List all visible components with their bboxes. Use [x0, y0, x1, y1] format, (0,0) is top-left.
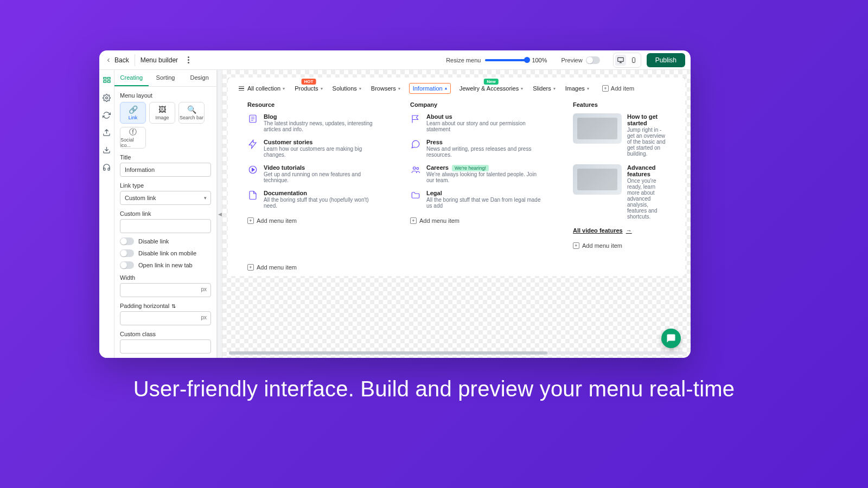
tab-design[interactable]: Design	[182, 70, 216, 86]
menu-item-images[interactable]: Images▾	[564, 85, 590, 92]
users-icon	[410, 164, 421, 175]
mega-item-blog[interactable]: BlogThe latest industry news, updates, i…	[247, 113, 383, 132]
feature-card-1[interactable]: How to get startedJump right in - get an…	[573, 113, 666, 157]
app-window: Back Menu builder Resize menu 100% Previ…	[99, 50, 691, 358]
tab-sorting[interactable]: Sorting	[149, 70, 183, 86]
add-menu-item-col2[interactable]: +Add menu item	[410, 217, 546, 224]
padding-input[interactable]	[120, 311, 211, 325]
rail-upload-icon[interactable]	[102, 127, 112, 137]
thumbnail-image	[573, 113, 622, 144]
menu-preview: All collection▾ HOT Products▾ Solutions▾…	[228, 78, 685, 276]
width-input[interactable]	[120, 283, 211, 297]
title-label: Title	[120, 154, 211, 160]
svg-point-10	[417, 168, 419, 170]
rail-sync-icon[interactable]	[102, 110, 112, 120]
publish-button[interactable]: Publish	[647, 53, 685, 67]
mega-panel: Resource BlogThe latest industry news, u…	[238, 99, 675, 259]
custom-link-input[interactable]	[120, 219, 211, 233]
plus-icon: +	[573, 242, 579, 249]
sliders-icon: ⇅	[171, 303, 176, 309]
doc-icon	[247, 190, 258, 201]
mega-item-stories[interactable]: Customer storiesLearn how our customers …	[247, 139, 383, 158]
chat-icon	[410, 139, 421, 150]
add-menu-item-col3[interactable]: +Add menu item	[573, 242, 666, 249]
resize-value: 100%	[532, 57, 547, 63]
plus-icon: +	[602, 85, 609, 92]
mega-item-careers[interactable]: CareersWe're hearing!We're always lookin…	[410, 164, 546, 183]
collapse-sidebar-handle[interactable]: ◀	[217, 70, 222, 358]
custom-class-input[interactable]	[120, 339, 211, 354]
plus-icon: +	[410, 217, 417, 224]
chat-fab[interactable]	[661, 329, 681, 348]
col-heading: Resource	[247, 101, 383, 108]
tab-creating[interactable]: Creating	[114, 70, 149, 86]
preview-switch[interactable]	[586, 56, 600, 64]
link-type-label: Link type	[120, 182, 211, 189]
rail-menu-icon[interactable]	[102, 75, 112, 85]
blog-icon	[247, 113, 258, 124]
mobile-icon[interactable]	[628, 55, 639, 66]
svg-point-9	[413, 167, 416, 170]
rail-support-icon[interactable]	[102, 162, 112, 172]
menu-item-solutions[interactable]: Solutions▾	[331, 85, 362, 92]
title-input[interactable]	[120, 163, 211, 177]
folder-icon	[410, 190, 421, 201]
divider	[135, 54, 135, 66]
col-heading: Features	[573, 101, 666, 108]
desktop-icon[interactable]	[615, 55, 626, 66]
resize-control: Resize menu 100%	[446, 57, 547, 63]
unit-px: px	[201, 314, 207, 320]
add-item-button[interactable]: +Add item	[602, 85, 634, 92]
add-menu-item-bottom[interactable]: +Add menu item	[247, 264, 666, 271]
col-heading: Company	[410, 101, 546, 108]
layout-search[interactable]: 🔍Search bar	[178, 102, 205, 124]
disable-link-switch[interactable]	[120, 237, 134, 245]
mega-item-legal[interactable]: LegalAll the boring stuff that we Dan fr…	[410, 190, 546, 209]
menu-item-sliders[interactable]: Sliders▾	[532, 85, 557, 92]
layout-grid: 🔗Link 🖼Image 🔍Search bar ⓕSocial ico...	[120, 102, 211, 149]
mega-item-video[interactable]: Video tutorialsGet up and running on new…	[247, 164, 383, 183]
topbar: Back Menu builder Resize menu 100% Previ…	[99, 50, 691, 70]
resize-slider[interactable]	[485, 59, 527, 61]
layout-social[interactable]: ⓕSocial ico...	[120, 127, 146, 149]
custom-link-label: Custom link	[120, 210, 211, 217]
add-menu-item-col1[interactable]: +Add menu item	[247, 217, 383, 224]
hamburger-icon	[239, 86, 244, 91]
menu-item-jewelry[interactable]: New Jewelry & Accessories▾	[458, 85, 524, 92]
marketing-caption: User-friendly interface. Build and previ…	[0, 377, 868, 401]
mega-item-about[interactable]: About usLearn about our story and our pe…	[410, 113, 546, 132]
menu-item-browsers[interactable]: Browsers▾	[370, 85, 401, 92]
new-tab-switch[interactable]	[120, 261, 134, 269]
arrow-right-icon: →	[626, 227, 632, 234]
mega-item-docs[interactable]: DocumentationAll the boring stuff that y…	[247, 190, 383, 209]
rail-settings-icon[interactable]	[102, 93, 112, 102]
resize-label: Resize menu	[446, 57, 481, 63]
rail-download-icon[interactable]	[102, 145, 112, 155]
menu-item-all-collection[interactable]: All collection▾	[238, 85, 286, 92]
padding-label: Padding horizontal⇅	[120, 303, 211, 309]
back-button[interactable]: Back	[105, 56, 129, 64]
device-toggle	[613, 53, 641, 68]
nav-rail	[99, 70, 114, 358]
preview-label: Preview	[561, 57, 583, 63]
play-icon	[247, 164, 258, 175]
horizontal-scrollbar[interactable]	[229, 351, 684, 355]
hiring-badge: We're hearing!	[452, 165, 489, 171]
back-label: Back	[114, 56, 129, 64]
plus-icon: +	[247, 264, 254, 271]
all-video-features-link[interactable]: All video features→	[573, 227, 666, 234]
mega-item-press[interactable]: PressNews and writing, press releases an…	[410, 139, 546, 158]
menu-item-products[interactable]: HOT Products▾	[293, 85, 323, 92]
menu-item-information[interactable]: Information▾	[409, 83, 451, 94]
link-type-select[interactable]	[120, 191, 211, 205]
panel-tabs: Creating Sorting Design	[114, 70, 216, 87]
more-menu-icon[interactable]	[184, 56, 192, 63]
svg-rect-5	[107, 81, 110, 82]
layout-link[interactable]: 🔗Link	[120, 102, 146, 124]
page-title: Menu builder	[141, 56, 178, 64]
flag-icon	[410, 113, 421, 124]
disable-mobile-switch[interactable]	[120, 249, 134, 257]
layout-image[interactable]: 🖼Image	[149, 102, 175, 124]
toggle-new-tab: Open link in new tab	[120, 261, 211, 269]
feature-card-2[interactable]: Advanced featuresOnce you're ready, lear…	[573, 164, 666, 220]
